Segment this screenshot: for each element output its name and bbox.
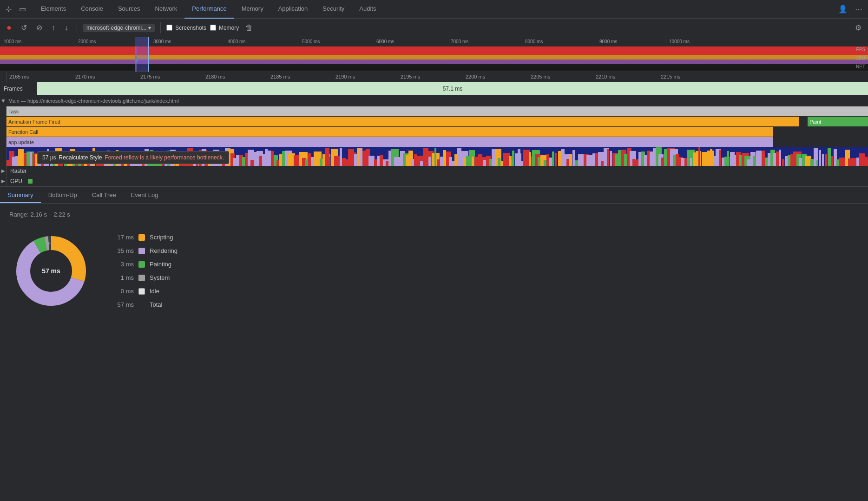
- donut-chart: 57 ms: [9, 229, 93, 313]
- tab-event-log[interactable]: Event Log: [124, 191, 166, 203]
- appupdate-bar-area: app.update: [7, 137, 868, 147]
- animation-bar[interactable]: Animation Frame Fired: [7, 117, 799, 126]
- main-expand-icon[interactable]: ▼: [0, 98, 7, 104]
- record-button[interactable]: ●: [4, 21, 14, 34]
- memory-check-input[interactable]: [210, 25, 216, 31]
- dtick-2205: 2205 ms: [531, 74, 550, 79]
- appupdate-bar-label: app.update: [8, 139, 34, 145]
- ruler-spacer: [0, 72, 7, 82]
- tooltip: 57 μs Recalculate Style Forced reflow is…: [37, 151, 229, 164]
- legend-total: 57 ms Total: [115, 301, 178, 308]
- toolbar-divider-2: [160, 22, 161, 33]
- legend-painting: 3 ms Painting: [115, 261, 178, 268]
- gpu-expand[interactable]: ▶: [0, 176, 7, 186]
- range-text: Range: 2.16 s – 2.22 s: [9, 211, 859, 218]
- appupdate-bar[interactable]: app.update: [7, 137, 773, 147]
- net-row: NET: [0, 64, 868, 70]
- dtick-2200: 2200 ms: [466, 74, 485, 79]
- legend-rendering-ms: 35 ms: [115, 247, 134, 254]
- legend-painting-name: Painting: [150, 261, 171, 268]
- download-button[interactable]: ↓: [62, 22, 71, 34]
- settings-icon[interactable]: ⚙: [852, 22, 864, 33]
- frames-label-text: Frames: [4, 86, 23, 92]
- tab-performance[interactable]: Performance: [184, 0, 234, 19]
- upload-button[interactable]: ↑: [49, 22, 58, 34]
- tick-1000: 1000 ms: [4, 39, 21, 44]
- reload-button[interactable]: ↺: [18, 21, 30, 34]
- function-bar-label: Function Call: [8, 129, 38, 135]
- task-bar-label: Task: [8, 109, 19, 114]
- legend-idle-name: Idle: [150, 288, 159, 295]
- gpu-row: ▶ GPU: [0, 176, 868, 186]
- tab-network[interactable]: Network: [148, 0, 185, 19]
- animation-row: Animation Frame Fired Paint: [0, 117, 868, 127]
- legend-total-name: Total: [150, 301, 162, 308]
- cpu-row: CPU: [0, 55, 868, 64]
- paint-bar[interactable]: Paint: [808, 117, 868, 126]
- task-row: Task: [0, 106, 868, 117]
- tab-console[interactable]: Console: [73, 0, 111, 19]
- summary-chart-area: 57 ms 17 ms Scripting 35 ms Rendering 3 …: [9, 229, 859, 313]
- appupdate-row: app.update: [0, 137, 868, 147]
- bottom-panel: Summary Bottom-Up Call Tree Event Log Ra…: [0, 186, 868, 382]
- tab-elements[interactable]: Elements: [33, 0, 73, 19]
- timeline-overview[interactable]: 1000 ms 2000 ms 3000 ms 4000 ms 5000 ms …: [0, 37, 868, 72]
- memory-label: Memory: [219, 25, 239, 31]
- legend-painting-ms: 3 ms: [115, 261, 134, 268]
- device-icon[interactable]: ▭: [17, 3, 28, 15]
- animation-label-col: [0, 117, 7, 126]
- tab-sources[interactable]: Sources: [111, 0, 148, 19]
- selection-marker: [135, 46, 137, 72]
- task-label-col: [0, 106, 7, 116]
- memory-checkbox[interactable]: Memory: [210, 25, 239, 31]
- overview-ruler: 1000 ms 2000 ms 3000 ms 4000 ms 5000 ms …: [0, 37, 868, 46]
- paint-bar-label: Paint: [809, 119, 821, 125]
- bottom-tabs: Summary Bottom-Up Call Tree Event Log: [0, 187, 868, 204]
- detail-ruler: 2165 ms 2170 ms 2175 ms 2180 ms 2185 ms …: [0, 72, 868, 82]
- tooltip-time: 57 μs: [42, 154, 56, 161]
- tooltip-event: Recalculate Style: [59, 154, 102, 161]
- animation-bar-label: Animation Frame Fired: [8, 119, 60, 125]
- tick-7000: 7000 ms: [451, 39, 468, 44]
- person-icon[interactable]: 👤: [836, 3, 849, 15]
- profile-selector[interactable]: microsoft-edge-chromi... ▾: [83, 24, 155, 32]
- tab-bar-right: 👤 ⋯: [836, 3, 864, 15]
- raster-expand[interactable]: ▶: [0, 166, 7, 176]
- dtick-2185: 2185 ms: [270, 74, 290, 79]
- dtick-2165: 2165 ms: [9, 74, 29, 79]
- main-header-label: Main — https://microsoft-edge-chromium-d…: [7, 98, 868, 104]
- screenshots-check-input[interactable]: [166, 25, 172, 31]
- function-bar[interactable]: Function Call: [7, 127, 773, 137]
- tick-6000: 6000 ms: [376, 39, 394, 44]
- clear-button[interactable]: ⊘: [33, 21, 45, 34]
- task-bar-area: Task: [7, 106, 868, 116]
- tab-audits[interactable]: Audits: [352, 0, 383, 19]
- tab-security[interactable]: Security: [315, 0, 352, 19]
- function-label-col: [0, 127, 7, 137]
- legend-scripting-ms: 17 ms: [115, 234, 134, 241]
- task-bar[interactable]: Task: [7, 106, 868, 116]
- delete-button[interactable]: 🗑: [243, 22, 256, 34]
- tab-summary[interactable]: Summary: [0, 191, 41, 203]
- more-icon[interactable]: ⋯: [853, 3, 864, 15]
- dtick-2170: 2170 ms: [75, 74, 95, 79]
- profile-name: microsoft-edge-chromi...: [86, 25, 146, 31]
- legend-scripting: 17 ms Scripting: [115, 234, 178, 241]
- screenshots-checkbox[interactable]: Screenshots: [166, 25, 206, 31]
- selection-overlay[interactable]: [135, 37, 149, 72]
- tab-memory[interactable]: Memory: [234, 0, 271, 19]
- frames-label: Frames: [0, 82, 37, 95]
- raster-row: ▶ Raster: [0, 166, 868, 176]
- tab-bottom-up[interactable]: Bottom-Up: [41, 191, 85, 203]
- tab-call-tree[interactable]: Call Tree: [85, 191, 124, 203]
- raster-label: Raster: [7, 168, 30, 174]
- tab-bar: ⊹ ▭ Elements Console Sources Network Per…: [0, 0, 868, 19]
- cursor-icon[interactable]: ⊹: [4, 3, 13, 15]
- dtick-2210: 2210 ms: [596, 74, 615, 79]
- tooltip-warning: Forced reflow is a likely performance bo…: [105, 154, 224, 161]
- legend-rendering-name: Rendering: [150, 247, 178, 254]
- legend-system-ms: 1 ms: [115, 274, 134, 281]
- tick-10000: 10000 ms: [669, 39, 690, 44]
- tab-application[interactable]: Application: [271, 0, 316, 19]
- cpu-fill: [0, 55, 868, 64]
